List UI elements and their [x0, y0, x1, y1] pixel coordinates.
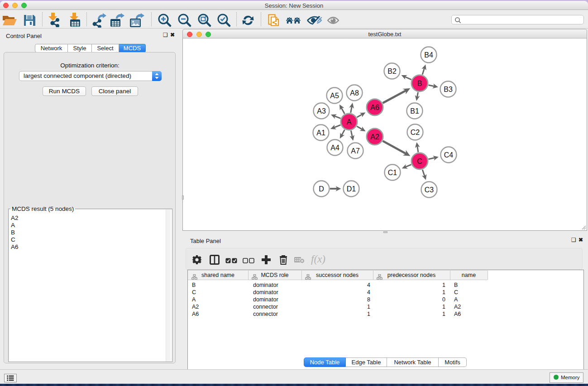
svg-text:A7: A7 — [351, 147, 360, 155]
svg-text:C2: C2 — [411, 129, 420, 136]
svg-text:B2: B2 — [387, 67, 397, 75]
svg-text:A3: A3 — [317, 107, 326, 115]
svg-text:A2: A2 — [370, 133, 379, 141]
svg-text:A6: A6 — [370, 104, 379, 111]
svg-text:C1: C1 — [388, 169, 397, 176]
svg-text:B1: B1 — [410, 107, 419, 115]
svg-text:A4: A4 — [330, 144, 339, 152]
svg-text:B3: B3 — [444, 86, 453, 93]
svg-text:C4: C4 — [444, 151, 454, 159]
svg-text:A8: A8 — [350, 89, 359, 97]
svg-text:B: B — [417, 80, 422, 87]
svg-text:C3: C3 — [425, 186, 434, 194]
svg-text:A5: A5 — [330, 92, 339, 100]
svg-text:A1: A1 — [316, 129, 325, 137]
svg-text:D: D — [319, 185, 324, 193]
svg-text:B4: B4 — [424, 51, 433, 59]
svg-text:C: C — [417, 157, 422, 165]
svg-text:A: A — [347, 118, 352, 126]
svg-text:D1: D1 — [347, 185, 356, 193]
